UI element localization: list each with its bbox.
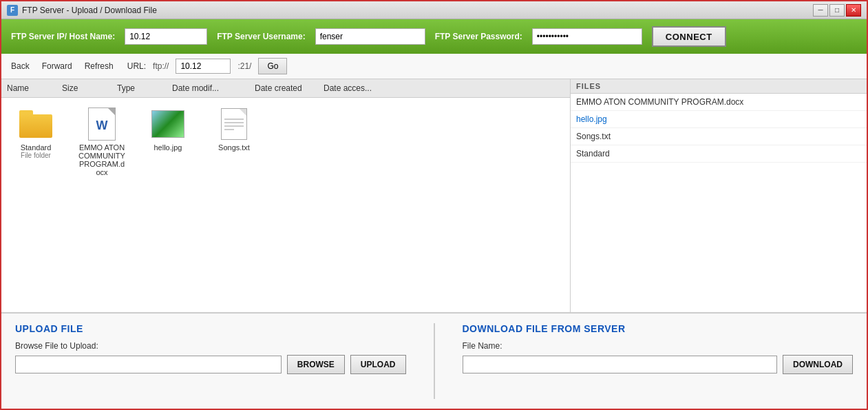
list-item[interactable]: EMMO ATON COMMUNITY PROGRAM.docx — [571, 94, 867, 111]
file-name: hello.jpg — [154, 143, 182, 152]
col-modified-header[interactable]: Date modif... — [167, 82, 249, 94]
ftp-pass-label: FTP Server Password: — [435, 32, 522, 41]
forward-button[interactable]: Forward — [39, 60, 75, 72]
text-file-icon — [218, 107, 251, 141]
file-browser: Name Size Type Date modif... Date create… — [1, 79, 571, 312]
list-item[interactable]: W EMMO ATON COMMUNITY PROGRAM.docx — [74, 105, 129, 179]
file-name: EMMO ATON COMMUNITY PROGRAM.docx — [77, 143, 127, 176]
list-item[interactable]: Standard File folder — [8, 105, 63, 179]
main-content: Name Size Type Date modif... Date create… — [1, 79, 867, 312]
list-item[interactable]: Songs.txt — [571, 128, 867, 145]
navigation-bar: Back Forward Refresh URL: ftp:// :21/ Go — [1, 54, 867, 79]
col-accessed-header[interactable]: Date acces... — [318, 82, 387, 94]
connection-toolbar: FTP Server IP/ Host Name: FTP Server Use… — [1, 19, 867, 54]
list-item[interactable]: Standard — [571, 145, 867, 163]
upload-input-row: BROWSE UPLOAD — [15, 355, 406, 374]
connect-button[interactable]: CONNECT — [652, 26, 726, 47]
upload-section: UPLOAD FILE Browse File to Upload: BROWS… — [15, 323, 406, 399]
section-divider — [434, 323, 435, 399]
download-file-input[interactable] — [463, 356, 778, 373]
col-type-header[interactable]: Type — [112, 82, 167, 94]
ftp-username-input[interactable] — [315, 28, 425, 45]
title-bar: F FTP Server - Upload / Download File ─ … — [1, 1, 867, 19]
file-name: Standard — [21, 143, 52, 152]
column-headers: Name Size Type Date modif... Date create… — [1, 79, 570, 98]
refresh-button[interactable]: Refresh — [82, 60, 116, 72]
app-icon: F — [7, 5, 18, 16]
files-list: EMMO ATON COMMUNITY PROGRAM.docx hello.j… — [571, 94, 867, 312]
upload-button[interactable]: UPLOAD — [350, 355, 406, 374]
url-suffix: :21/ — [237, 61, 251, 71]
download-section: DOWNLOAD FILE FROM SERVER File Name: DOW… — [463, 323, 854, 399]
maximize-button[interactable]: □ — [829, 4, 845, 17]
col-size-header[interactable]: Size — [56, 82, 112, 94]
files-panel: FILES EMMO ATON COMMUNITY PROGRAM.docx h… — [571, 79, 867, 312]
files-panel-header: FILES — [571, 79, 867, 94]
go-button[interactable]: Go — [258, 58, 287, 74]
list-item[interactable]: Songs.txt — [207, 105, 262, 179]
browse-label: Browse File to Upload: — [15, 341, 406, 351]
url-input[interactable] — [176, 59, 231, 74]
main-window: F FTP Server - Upload / Download File ─ … — [0, 0, 868, 410]
window-title: FTP Server - Upload / Download File — [22, 6, 813, 15]
folder-icon — [19, 107, 52, 141]
col-name-header[interactable]: Name — [1, 82, 56, 94]
word-doc-icon: W — [85, 107, 118, 141]
file-sublabel: File folder — [21, 152, 51, 159]
list-item[interactable]: hello.jpg — [140, 105, 195, 179]
ftp-prefix: ftp:// — [153, 61, 169, 71]
image-icon — [151, 107, 184, 141]
col-created-header[interactable]: Date created — [249, 82, 318, 94]
file-grid: Standard File folder W EMMO ATON COMMUNI… — [1, 98, 570, 312]
filename-label: File Name: — [463, 341, 854, 351]
close-button[interactable]: ✕ — [846, 4, 861, 17]
window-controls: ─ □ ✕ — [813, 4, 861, 17]
bottom-section: UPLOAD FILE Browse File to Upload: BROWS… — [1, 312, 867, 409]
list-item[interactable]: hello.jpg — [571, 111, 867, 128]
browse-button[interactable]: BROWSE — [287, 355, 345, 374]
upload-title: UPLOAD FILE — [15, 323, 406, 334]
ftp-password-input[interactable] — [532, 28, 642, 45]
file-name: Songs.txt — [218, 143, 250, 152]
download-input-row: DOWNLOAD — [463, 355, 854, 374]
download-button[interactable]: DOWNLOAD — [783, 355, 853, 374]
upload-file-input[interactable] — [15, 356, 282, 373]
ftp-ip-label: FTP Server IP/ Host Name: — [11, 32, 115, 41]
ftp-ip-input[interactable] — [125, 28, 207, 45]
back-button[interactable]: Back — [8, 60, 32, 72]
minimize-button[interactable]: ─ — [813, 4, 828, 17]
download-title: DOWNLOAD FILE FROM SERVER — [463, 323, 854, 334]
url-label: URL: — [127, 61, 146, 71]
ftp-user-label: FTP Server Username: — [217, 32, 306, 41]
